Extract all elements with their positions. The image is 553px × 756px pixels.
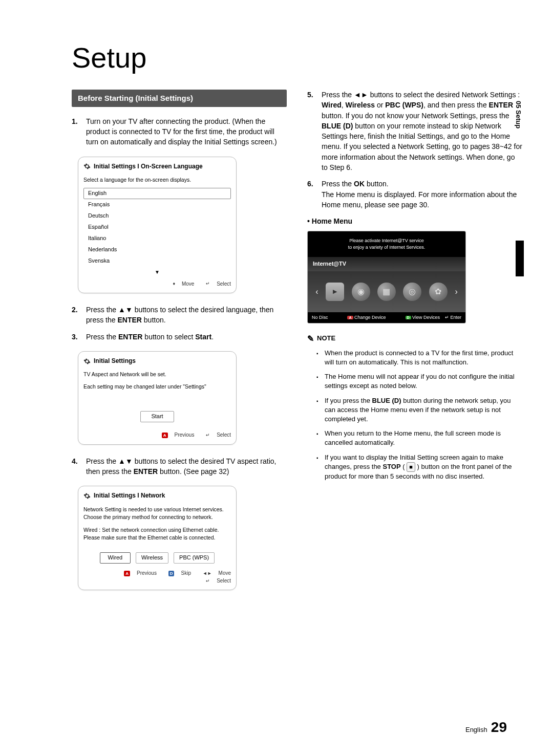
media-icon[interactable]: ◎	[403, 283, 421, 301]
ui1-move: ♦Move	[167, 280, 194, 288]
ui2-select: ↵Select	[201, 431, 231, 439]
ui2-line2: Each setting may be changed later under …	[83, 383, 231, 391]
home-heading: • Home Menu	[307, 216, 522, 226]
ui-network-box: Initial Settings I Network Network Setti…	[78, 486, 237, 590]
settings-icon[interactable]: ✿	[429, 283, 448, 301]
note-item: If you press the BLUE (D) button during …	[316, 396, 522, 424]
ui3-skip: D Skip	[163, 570, 191, 577]
step-4: Press the ▲▼ buttons to select the desir…	[72, 456, 287, 477]
home-top2: to enjoy a variety of Internet Services.	[348, 245, 426, 250]
chevron-right-icon: ›	[455, 286, 457, 297]
ui3-line2: Wired : Set the network connection using…	[83, 526, 231, 542]
ui1-title: Initial Settings I On-Screen Language	[94, 162, 203, 171]
step-1: Turn on your TV after connecting the pro…	[72, 116, 287, 147]
ui2-line1: TV Aspect and Network will be set.	[83, 371, 231, 378]
ui-initial-box: Initial Settings TV Aspect and Network w…	[78, 351, 237, 445]
home-view: View Devices	[412, 315, 440, 320]
gear-icon	[83, 163, 91, 170]
youtube-icon[interactable]: ▶	[326, 283, 344, 301]
notes-list: When the product is connected to a TV fo…	[307, 349, 522, 481]
step-2: Press the ▲▼ buttons to select the desir…	[72, 305, 287, 326]
step-6: Press the OK button. The Home menu is di…	[307, 179, 522, 210]
ui2-prev: A Previous	[157, 431, 195, 439]
page-content: Setup Before Starting (Initial Settings)…	[0, 0, 553, 617]
scroll-indicator: ▼	[83, 269, 231, 276]
home-change: Change Device	[354, 315, 386, 320]
lang-item[interactable]: Italiano	[83, 233, 231, 244]
page-title: Setup	[72, 41, 522, 74]
ui1-select: ↵Select	[201, 280, 231, 288]
start-button[interactable]: Start	[140, 411, 174, 422]
ui-language-box: Initial Settings I On-Screen Language Se…	[78, 157, 237, 293]
ui1-label: Select a language for the on-screen disp…	[83, 176, 231, 184]
section-header: Before Starting (Initial Settings)	[72, 90, 287, 107]
home-top1: Please activate Internet@TV service	[349, 238, 424, 243]
home-enter: Enter	[450, 315, 461, 320]
note-icon: ✎	[307, 333, 314, 344]
note-item: When you return to the Home menu, the fu…	[316, 429, 522, 447]
home-title: Internet@TV	[308, 257, 465, 271]
pbc-button[interactable]: PBC (WPS)	[174, 552, 215, 564]
page-footer: English 29	[465, 719, 507, 736]
note-header: ✎ NOTE	[307, 333, 522, 344]
lang-item[interactable]: Svenska	[83, 255, 231, 267]
home-menu-figure: Please activate Internet@TV service to e…	[307, 231, 466, 323]
step-5: Press the ◄► buttons to select the desir…	[307, 90, 522, 172]
ui3-line1: Network Setting is needed to use various…	[83, 506, 231, 521]
note-item: The Home menu will not appear if you do …	[316, 372, 522, 391]
ui3-title: Initial Settings I Network	[94, 491, 165, 500]
note-item: If you want to display the Initial Setti…	[316, 453, 522, 482]
language-list: English Français Deutsch Español Italian…	[83, 188, 231, 267]
lang-item[interactable]: Français	[83, 199, 231, 210]
wireless-button[interactable]: Wireless	[136, 552, 168, 564]
ui3-select: ↵ Select	[201, 577, 231, 585]
gear-icon	[83, 358, 91, 365]
lang-item[interactable]: English	[83, 188, 231, 199]
photo-icon[interactable]: ▦	[377, 283, 396, 301]
ui2-title: Initial Settings	[94, 357, 136, 365]
lang-item[interactable]: Deutsch	[83, 210, 231, 222]
left-column: Before Starting (Initial Settings) Turn …	[72, 90, 287, 601]
lang-item[interactable]: Español	[83, 222, 231, 233]
right-column: Press the ◄► buttons to select the desir…	[307, 90, 522, 601]
step-3: Press the ENTER button to select Start.	[72, 332, 287, 342]
home-nodisc: No Disc	[312, 314, 328, 321]
chevron-left-icon: ‹	[315, 286, 318, 297]
wired-button[interactable]: Wired	[100, 552, 131, 564]
ui3-move: ◄► Move	[198, 570, 231, 577]
gear-icon	[83, 492, 91, 500]
ui3-prev: A Previous	[119, 570, 157, 577]
stop-icon: ■	[407, 462, 415, 472]
disc-icon[interactable]: ◉	[352, 283, 370, 301]
lang-item[interactable]: Nederlands	[83, 244, 231, 255]
note-item: When the product is connected to a TV fo…	[316, 349, 522, 367]
